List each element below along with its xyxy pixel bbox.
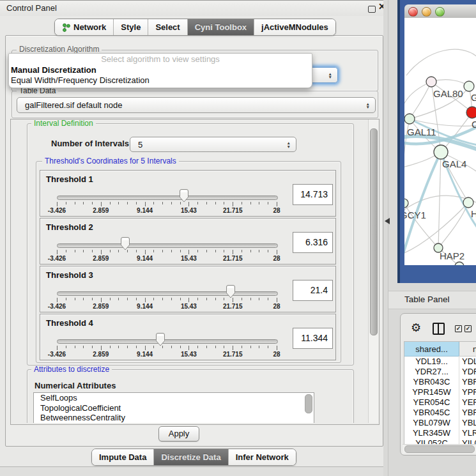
slider-track[interactable] xyxy=(57,291,278,296)
network-node-label: GCY1 xyxy=(404,210,426,220)
slider-track[interactable] xyxy=(57,243,278,248)
attribute-list-item[interactable]: BetweennessCentrality xyxy=(34,413,314,423)
threshold-value-field[interactable]: 6.316 xyxy=(293,232,333,253)
cell-name: YBR0 xyxy=(462,408,476,417)
slider-tick xyxy=(101,298,102,302)
slider-tick xyxy=(277,250,277,254)
split-columns-icon[interactable] xyxy=(433,323,445,335)
float-window-icon[interactable] xyxy=(368,6,376,13)
network-node[interactable] xyxy=(464,81,474,91)
attribute-list-item[interactable]: SelfLoops xyxy=(34,393,314,403)
table-row[interactable]: YDL19...YDL1 xyxy=(404,357,476,367)
network-node[interactable] xyxy=(463,197,473,208)
table-panel-title: Table Panel xyxy=(404,295,450,304)
network-node-label: HAP2 xyxy=(440,250,464,261)
number-of-intervals-select[interactable]: 5 ▲▼ xyxy=(130,137,296,152)
network-node[interactable] xyxy=(426,77,436,87)
column-header-shared-name[interactable]: shared... xyxy=(404,342,459,357)
tab-discretize-data[interactable]: Discretize Data xyxy=(153,449,227,465)
slider-track[interactable] xyxy=(57,196,278,200)
apply-button[interactable]: Apply xyxy=(158,426,199,441)
slider-tick xyxy=(101,250,102,254)
tab-network[interactable]: Network xyxy=(55,19,113,35)
slider-handle[interactable] xyxy=(155,333,165,346)
slider-tick xyxy=(110,250,111,252)
threshold-value-field[interactable]: 21.4 xyxy=(293,280,333,301)
network-node-label: GAL4 xyxy=(442,158,466,169)
tab-label: Style xyxy=(121,22,141,32)
table-row[interactable]: YDR27...YDR2 xyxy=(404,367,476,377)
network-window-titlebar[interactable] xyxy=(404,4,476,19)
network-edge xyxy=(431,80,469,86)
algorithm-option[interactable]: Equal Width/Frequency Discretization xyxy=(9,75,312,86)
column-header-name[interactable]: na xyxy=(459,342,476,357)
panel-splitter[interactable] xyxy=(388,0,388,476)
close-traffic-light[interactable] xyxy=(408,7,418,17)
slider-handle[interactable] xyxy=(120,237,130,250)
cell-shared-name: YER054C xyxy=(404,397,459,407)
screen: Control Panel ✕ NetworkStyleSelectCyni T… xyxy=(0,0,476,476)
stepper-icons[interactable]: ▲▼ xyxy=(328,72,332,79)
table-row[interactable]: YER054CYER0 xyxy=(404,397,476,408)
table-data-select[interactable]: galFiltered.sif default node ▲▼ xyxy=(17,97,376,113)
cell-shared-name: YBR043C xyxy=(404,377,459,387)
table-row[interactable]: YBR043CYBR0 xyxy=(404,377,476,387)
table-row[interactable]: YBL079WYBL0 xyxy=(404,418,476,428)
network-node[interactable] xyxy=(466,107,476,118)
tab-label: Impute Data xyxy=(99,452,146,462)
table-row[interactable]: YPR145WYPR1 xyxy=(404,387,476,397)
network-canvas[interactable]: GAL80GACGAL11GAL4GCY1HHAP2 xyxy=(404,18,476,265)
slider-handle[interactable] xyxy=(179,189,189,203)
table-row[interactable]: YLR345WYLR3 xyxy=(404,428,476,438)
tab-cyni-toolbox[interactable]: Cyni Toolbox xyxy=(187,19,254,35)
vertical-scrollbar-thumb[interactable] xyxy=(370,128,378,335)
slider-tick xyxy=(197,346,198,348)
slider-tick xyxy=(136,202,137,204)
slider-tick-label: 9.144 xyxy=(129,255,161,262)
algorithm-option[interactable]: Manual Discretization xyxy=(9,65,312,75)
horizontal-scrollbar-thumb[interactable] xyxy=(404,445,475,453)
list-scrollbar-thumb[interactable] xyxy=(305,394,312,413)
threshold-value-field[interactable]: 11.344 xyxy=(293,328,333,349)
slider-tick-label: 2.859 xyxy=(85,207,117,214)
zoom-traffic-light[interactable] xyxy=(435,7,445,17)
slider-tick xyxy=(145,346,146,350)
slider-tick-label: 9.144 xyxy=(129,351,161,358)
threshold-value-field[interactable]: 14.713 xyxy=(293,184,333,205)
network-icon xyxy=(62,23,70,32)
threshold-label: Threshold 2 xyxy=(46,222,93,232)
threshold-panel: Threshold 2 -3.4262.8599.14415.4321.7152… xyxy=(40,218,336,265)
tab-jactivemnodules[interactable]: jActiveMNodules xyxy=(254,19,335,35)
tab-style[interactable]: Style xyxy=(113,19,148,35)
network-node[interactable] xyxy=(404,114,415,124)
network-node[interactable] xyxy=(455,262,464,265)
minimize-traffic-light[interactable] xyxy=(422,7,431,17)
checkbox-icon[interactable]: ✓ xyxy=(464,325,472,332)
slider-tick xyxy=(66,250,66,252)
table-row[interactable]: YBR045CYBR0 xyxy=(404,408,476,418)
tab-select[interactable]: Select xyxy=(148,19,187,35)
slider-tick xyxy=(153,250,154,252)
checkbox-icon[interactable]: ✓ xyxy=(455,325,462,332)
slider-tick xyxy=(268,250,268,252)
slider-tick xyxy=(92,250,93,252)
attribute-list-item[interactable]: TopologicalCoefficient xyxy=(34,403,314,413)
gear-icon[interactable]: ⚙ xyxy=(411,321,421,335)
interval-definition-title: Interval Definition xyxy=(31,119,96,128)
slider-handle[interactable] xyxy=(226,285,236,298)
tab-infer-network[interactable]: Infer Network xyxy=(228,449,296,465)
slider-tick-label: 21.715 xyxy=(217,303,249,310)
slider-tick xyxy=(277,346,277,350)
network-edge xyxy=(438,203,468,248)
slider-tick xyxy=(75,346,75,348)
threshold-panel: Threshold 4 -3.4262.8599.14415.4321.7152… xyxy=(40,314,336,360)
stepper-icons[interactable]: ▲▼ xyxy=(366,102,370,109)
cell-name: YDL1 xyxy=(462,357,476,366)
tab-impute-data[interactable]: Impute Data xyxy=(92,449,153,465)
stepper-icons[interactable]: ▲▼ xyxy=(287,141,291,148)
slider-track[interactable] xyxy=(57,339,278,344)
slider-tick xyxy=(250,346,251,348)
network-node[interactable] xyxy=(434,145,448,159)
slider-tick xyxy=(206,202,207,204)
network-node[interactable] xyxy=(404,199,408,208)
